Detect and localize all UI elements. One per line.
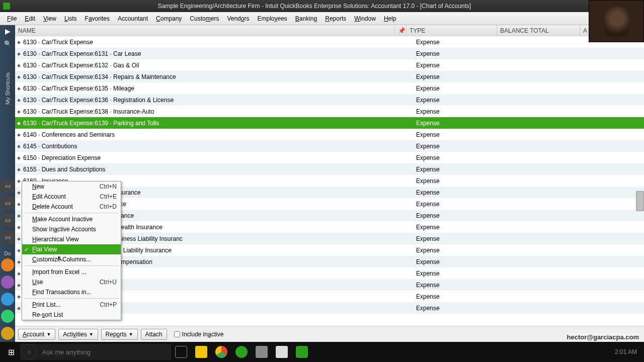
menu-reports[interactable]: Reports <box>321 13 350 24</box>
cortana-search[interactable]: ○ <box>20 344 171 360</box>
system-tray[interactable]: 2:01 AM <box>615 348 642 355</box>
scrollbar-handle[interactable] <box>636 191 644 211</box>
row-type: Expense <box>415 189 506 196</box>
start-button[interactable]: ⊞ <box>2 344 20 360</box>
ctx-use[interactable]: UseCtrl+U <box>22 277 121 287</box>
rail-blue-icon[interactable] <box>1 293 14 306</box>
menu-shortcut: Ctrl+E <box>100 193 117 200</box>
table-row[interactable]: ◆6130 · Car/Truck Expense:6135 · Mileage… <box>15 82 644 94</box>
diamond-icon: ◆ <box>17 144 22 149</box>
file-explorer-icon[interactable] <box>192 344 210 360</box>
table-row[interactable]: ◆6130 · Car/Truck ExpenseExpense <box>15 36 644 48</box>
ctx-delete-account[interactable]: Delete AccountCtrl+D <box>22 202 121 212</box>
ctx-new[interactable]: NewCtrl+N <box>22 182 121 192</box>
camera-icon[interactable] <box>253 344 271 360</box>
menu-vendors[interactable]: Vendors <box>223 13 253 24</box>
diamond-icon: ◆ <box>17 167 22 172</box>
search-icon[interactable]: 🔍 <box>1 37 14 50</box>
row-name: 6130 · Car/Truck Expense:6134 · Repairs … <box>23 73 404 80</box>
menu-accountant[interactable]: Accountant <box>114 13 152 24</box>
col-type[interactable]: TYPE <box>407 25 497 36</box>
table-row[interactable]: ◆6130 · Car/Truck Expense:6134 · Repairs… <box>15 71 644 82</box>
ctx-flat-view[interactable]: ✓Flat View <box>22 244 121 254</box>
menu-favorites[interactable]: Favorites <box>81 13 114 24</box>
row-type: Expense <box>415 154 506 161</box>
menu-employees[interactable]: Employees <box>253 13 291 24</box>
rail-orange-icon[interactable] <box>1 258 14 272</box>
rail-shortcut-1[interactable]: ▭ <box>1 179 14 193</box>
row-name: 6130 · Car/Truck Expense:6139 · Parking … <box>23 120 404 127</box>
menu-lists[interactable]: Lists <box>60 13 81 24</box>
col-balance[interactable]: BALANCE TOTAL <box>497 25 580 36</box>
notepad-icon[interactable] <box>273 344 291 360</box>
chrome-icon[interactable] <box>212 344 230 360</box>
quickbooks-running-icon[interactable] <box>293 344 311 360</box>
include-inactive-checkbox[interactable]: Include inactive <box>174 331 224 338</box>
table-row[interactable]: ◆6130 · Car/Truck Expense:6138 · Insuran… <box>15 106 644 117</box>
table-row[interactable]: ◆6130 · Car/Truck Expense:6139 · Parking… <box>15 117 644 129</box>
col-pin-icon[interactable]: 📌 <box>395 25 407 36</box>
menu-separator <box>24 213 119 213</box>
menu-customers[interactable]: Customers <box>186 13 223 24</box>
rail-gold-icon[interactable] <box>1 327 14 340</box>
menu-item-label: Delete Account <box>32 203 100 210</box>
include-inactive-input[interactable] <box>174 331 180 337</box>
ctx-find-transactions-in-[interactable]: Find Transactions in... <box>22 287 121 297</box>
menu-window[interactable]: Window <box>350 13 380 24</box>
rail-expand-icon[interactable]: ▶ <box>5 27 11 35</box>
diamond-icon: ◆ <box>17 51 22 56</box>
menu-shortcut: Ctrl+U <box>100 279 117 286</box>
menu-view[interactable]: View <box>39 13 60 24</box>
rail-green-icon[interactable] <box>1 310 14 323</box>
reports-dropdown[interactable]: Reports ▼ <box>101 329 138 340</box>
ctx-edit-account[interactable]: Edit AccountCtrl+E <box>22 192 121 202</box>
ctx-re-sort-list[interactable]: Re-sort List <box>22 310 121 320</box>
context-menu: NewCtrl+NEdit AccountCtrl+EDelete Accoun… <box>22 181 121 320</box>
row-type: Expense <box>415 247 506 254</box>
ctx-print-list-[interactable]: Print List...Ctrl+P <box>22 300 121 310</box>
menu-item-label: Use <box>32 279 100 286</box>
rail-do-label: Do <box>5 251 11 256</box>
table-row[interactable]: ◆6130 · Car/Truck Expense:6131 · Car Lea… <box>15 48 644 59</box>
ctx-import-from-excel-[interactable]: Import from Excel ... <box>22 267 121 277</box>
ctx-make-account-inactive[interactable]: Make Account Inactive <box>22 214 121 224</box>
row-name: 6130 · Car/Truck Expense:6132 · Gas & Oi… <box>23 62 404 69</box>
activities-dropdown[interactable]: Activities ▼ <box>58 329 98 340</box>
table-row[interactable]: ◆6150 · Depreciation ExpenseExpense <box>15 152 644 163</box>
cortana-icon[interactable]: ○ <box>21 344 37 360</box>
ctx-show-inactive-accounts[interactable]: Show Inactive Accounts <box>22 224 121 234</box>
ctx-hierarchical-view[interactable]: Hierarchical View <box>22 234 121 244</box>
rail-shortcut-3[interactable]: ▭ <box>1 214 14 227</box>
rail-shortcut-4[interactable]: ▭ <box>1 231 14 244</box>
row-name: 6150 · Depreciation Expense <box>23 154 404 161</box>
chevron-down-icon: ▼ <box>129 332 133 337</box>
task-view-icon[interactable] <box>172 344 190 360</box>
account-dropdown[interactable]: Account ▼ <box>18 329 55 340</box>
menu-banking[interactable]: Banking <box>291 13 321 24</box>
row-type: Expense <box>415 120 506 127</box>
table-row[interactable]: ◆6145 · ContributionsExpense <box>15 140 644 152</box>
diamond-icon: ◆ <box>17 40 22 45</box>
check-icon: ✓ <box>24 246 29 253</box>
rail-shortcut-2[interactable]: ▭ <box>1 197 14 210</box>
table-row[interactable]: ◆6155 · Dues and SubscriptionsExpense <box>15 163 644 175</box>
menu-separator <box>24 265 119 266</box>
table-row[interactable]: ◆6140 · Conferences and SeminarsExpense <box>15 129 644 140</box>
attach-button[interactable]: Attach <box>141 329 167 340</box>
row-type: Expense <box>415 212 506 219</box>
menu-item-label: Hierarchical View <box>32 236 117 243</box>
col-name[interactable]: NAME <box>15 25 395 36</box>
cursor-icon: ↖ <box>57 254 63 263</box>
row-type: Expense <box>415 108 506 115</box>
menu-edit[interactable]: Edit <box>21 13 39 24</box>
menu-help[interactable]: Help <box>380 13 400 24</box>
ctx-customize-columns-[interactable]: Customize Columns... <box>22 254 121 264</box>
menu-company[interactable]: Company <box>152 13 186 24</box>
rail-shortcuts-label: My Shortcuts <box>5 72 11 105</box>
quickbooks-icon[interactable] <box>232 344 251 360</box>
rail-purple-icon[interactable] <box>1 276 14 289</box>
table-row[interactable]: ◆6130 · Car/Truck Expense:6132 · Gas & O… <box>15 59 644 71</box>
search-input[interactable] <box>38 348 164 356</box>
table-row[interactable]: ◆6130 · Car/Truck Expense:6136 · Registr… <box>15 94 644 106</box>
menu-file[interactable]: File <box>3 13 21 24</box>
